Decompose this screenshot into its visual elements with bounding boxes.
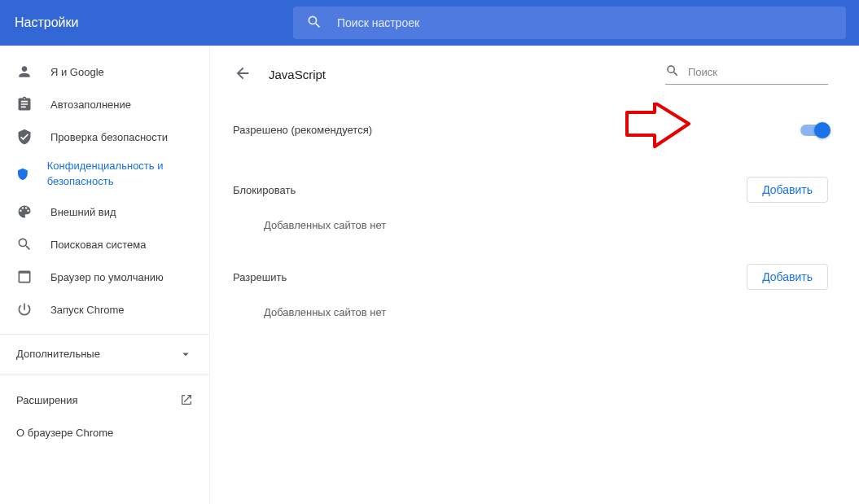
person-icon — [16, 64, 33, 80]
page-title: JavaScript — [269, 68, 326, 81]
shield-check-icon — [16, 129, 33, 145]
allowed-row: Разрешено (рекомендуется) — [233, 116, 828, 144]
sidebar-item-profile[interactable]: Я и Google — [0, 55, 209, 88]
sidebar-advanced-toggle[interactable]: Дополнительные — [0, 334, 209, 373]
allowed-toggle[interactable] — [800, 125, 828, 136]
sidebar-item-label: Автозаполнение — [50, 99, 131, 111]
sidebar-item-default-browser[interactable]: Браузер по умолчанию — [0, 261, 209, 293]
block-section: Блокировать Добавить Добавленных сайтов … — [233, 177, 828, 231]
sidebar-item-search-engine[interactable]: Поисковая система — [0, 228, 209, 261]
sidebar-item-label: Браузер по умолчанию — [50, 271, 164, 283]
search-icon — [665, 64, 688, 81]
sidebar-item-startup[interactable]: Запуск Chrome — [0, 293, 209, 326]
advanced-label: Дополнительные — [16, 348, 100, 360]
browser-icon — [16, 269, 33, 285]
header-search-input[interactable] — [337, 16, 833, 29]
sidebar-item-privacy[interactable]: Конфиденциальность и безопасность — [0, 153, 209, 195]
sidebar-item-label: Я и Google — [50, 66, 104, 78]
sidebar-item-label: Поисковая система — [50, 239, 147, 251]
sidebar-item-label: Внешний вид — [50, 206, 116, 218]
about-label: О браузере Chrome — [16, 427, 113, 439]
sidebar-item-safety-check[interactable]: Проверка безопасности — [0, 121, 209, 153]
search-icon — [16, 236, 33, 252]
allow-title: Разрешить — [233, 271, 287, 283]
sidebar-item-label: Запуск Chrome — [50, 304, 125, 316]
sidebar-link-extensions[interactable]: Расширения — [0, 383, 209, 416]
arrow-back-icon — [234, 64, 252, 85]
header-title: Настройки — [0, 15, 293, 30]
sidebar-item-label: Проверка безопасности — [50, 131, 168, 143]
allow-add-button[interactable]: Добавить — [747, 264, 828, 290]
block-empty-text: Добавленных сайтов нет — [233, 219, 828, 231]
allowed-label: Разрешено (рекомендуется) — [233, 124, 372, 136]
header-search[interactable] — [293, 7, 846, 39]
external-link-icon — [180, 393, 193, 406]
sidebar-item-label: Конфиденциальность и безопасность — [47, 159, 193, 190]
search-icon — [306, 14, 322, 33]
toggle-knob — [814, 122, 831, 138]
shield-icon — [16, 166, 29, 182]
sidebar: Я и Google Автозаполнение Проверка безоп… — [0, 46, 210, 504]
main-content: JavaScript Разрешено (рекомендуется) Бло… — [210, 46, 859, 504]
clipboard-icon — [16, 96, 33, 112]
chevron-down-icon — [178, 347, 193, 362]
allow-empty-text: Добавленных сайтов нет — [233, 306, 828, 318]
sidebar-item-autofill[interactable]: Автозаполнение — [0, 88, 209, 121]
sidebar-item-appearance[interactable]: Внешний вид — [0, 195, 209, 228]
app-header: Настройки — [0, 0, 859, 46]
block-add-button[interactable]: Добавить — [747, 177, 828, 203]
inpage-search-input[interactable] — [688, 66, 828, 78]
power-icon — [16, 301, 33, 318]
inpage-search[interactable] — [665, 64, 828, 85]
sidebar-link-about[interactable]: О браузере Chrome — [0, 416, 209, 449]
allow-section: Разрешить Добавить Добавленных сайтов не… — [233, 264, 828, 318]
block-title: Блокировать — [233, 184, 296, 196]
extensions-label: Расширения — [16, 394, 78, 406]
palette-icon — [16, 204, 33, 220]
back-button[interactable] — [233, 64, 252, 84]
